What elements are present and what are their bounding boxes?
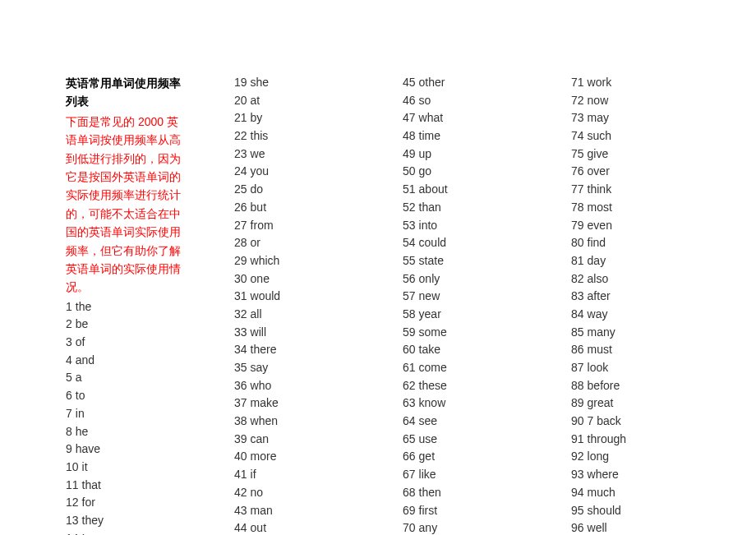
word-text: she xyxy=(251,76,270,89)
word-text: you xyxy=(251,164,270,178)
word-item: 47what xyxy=(403,109,522,127)
word-text: time xyxy=(419,129,440,142)
word-text: these xyxy=(419,379,447,392)
word-rank: 96 xyxy=(571,521,584,534)
word-item: 83after xyxy=(571,288,690,306)
word-text: the xyxy=(76,300,91,313)
word-item: 80find xyxy=(571,234,690,252)
word-rank: 14 xyxy=(66,532,79,535)
word-text: at xyxy=(251,94,260,107)
word-text: find xyxy=(588,236,606,249)
word-rank: 51 xyxy=(403,182,416,196)
word-item: 92long xyxy=(571,448,690,466)
word-list-col3: 45other46so47what48time49up50go51about52… xyxy=(403,74,522,535)
word-text: by xyxy=(251,111,263,124)
word-text: do xyxy=(251,182,264,196)
word-item: 36who xyxy=(234,377,353,395)
word-text: use xyxy=(419,432,438,445)
word-item: 76over xyxy=(571,163,690,181)
word-item: 93where xyxy=(571,466,690,484)
word-item: 55state xyxy=(403,252,522,270)
word-rank: 7 xyxy=(66,407,72,420)
word-rank: 82 xyxy=(571,272,584,285)
word-item: 19she xyxy=(234,74,353,92)
word-item: 907 back xyxy=(571,413,690,431)
word-rank: 5 xyxy=(66,371,72,384)
word-rank: 20 xyxy=(234,94,247,107)
word-text: first xyxy=(419,504,438,517)
word-rank: 48 xyxy=(403,129,416,142)
word-item: 74such xyxy=(571,127,690,145)
word-item: 21by xyxy=(234,109,353,127)
word-item: 54could xyxy=(403,234,522,252)
word-item: 5a xyxy=(66,369,185,387)
word-text: we xyxy=(251,147,265,160)
word-item: 86must xyxy=(571,341,690,359)
word-text: day xyxy=(588,254,606,267)
word-item: 46so xyxy=(403,92,522,110)
word-item: 42no xyxy=(234,484,353,502)
word-text: any xyxy=(419,521,438,534)
word-list-col1: 1the2be3of4and5a6to7in8he9have10it11that… xyxy=(66,298,185,535)
word-item: 58year xyxy=(403,306,522,324)
word-rank: 85 xyxy=(571,325,584,339)
word-rank: 80 xyxy=(571,236,584,249)
word-text: work xyxy=(588,76,612,89)
word-rank: 31 xyxy=(234,289,247,302)
word-item: 43man xyxy=(234,502,353,520)
word-text: could xyxy=(419,236,446,249)
word-item: 2be xyxy=(66,316,185,334)
column-3: 45other46so47what48time49up50go51about52… xyxy=(403,74,522,535)
word-item: 96well xyxy=(571,519,690,535)
word-text: that xyxy=(82,478,101,491)
word-item: 40more xyxy=(234,448,353,466)
word-text: he xyxy=(76,425,89,438)
word-item: 25do xyxy=(234,181,353,199)
word-text: in xyxy=(76,407,85,420)
word-item: 59some xyxy=(403,324,522,342)
word-item: 8he xyxy=(66,423,185,441)
word-text: long xyxy=(588,450,609,463)
word-rank: 64 xyxy=(403,414,416,427)
word-item: 37make xyxy=(234,394,353,413)
word-rank: 40 xyxy=(234,450,247,463)
word-item: 48time xyxy=(403,127,522,145)
word-text: great xyxy=(588,396,614,409)
word-text: may xyxy=(588,111,609,124)
word-item: 3of xyxy=(66,334,185,352)
word-item: 30one xyxy=(234,270,353,288)
word-text: see xyxy=(419,414,438,427)
word-text: after xyxy=(588,289,611,302)
word-rank: 89 xyxy=(571,396,584,409)
word-rank: 59 xyxy=(403,325,416,339)
word-rank: 78 xyxy=(571,201,584,214)
word-item: 91through xyxy=(571,431,690,449)
word-text: can xyxy=(251,432,270,445)
word-rank: 37 xyxy=(234,396,247,409)
word-text: if xyxy=(251,468,256,481)
document-container: 英语常用单词使用频率列表 下面是常见的 2000 英语单词按使用频率从高到低进行… xyxy=(66,74,690,535)
word-text: over xyxy=(588,164,610,178)
word-rank: 66 xyxy=(403,450,416,463)
word-rank: 49 xyxy=(403,147,416,160)
word-item: 49up xyxy=(403,145,522,164)
word-rank: 11 xyxy=(66,478,79,491)
word-rank: 68 xyxy=(403,486,416,499)
word-rank: 91 xyxy=(571,432,584,445)
word-text: they xyxy=(82,514,104,527)
word-text: before xyxy=(588,379,620,392)
word-text: even xyxy=(588,219,612,232)
word-rank: 25 xyxy=(234,182,247,196)
word-rank: 22 xyxy=(234,129,247,142)
word-text: there xyxy=(251,343,277,356)
word-item: 69first xyxy=(403,502,522,520)
word-list-col2: 19she20at21by22this23we24you25do26but27f… xyxy=(234,74,353,535)
word-item: 94much xyxy=(571,484,690,502)
word-rank: 63 xyxy=(403,396,416,409)
word-text: up xyxy=(419,147,432,160)
word-text: I xyxy=(82,532,85,535)
word-rank: 58 xyxy=(403,307,416,321)
word-rank: 79 xyxy=(571,219,584,232)
word-rank: 32 xyxy=(234,307,247,321)
word-text: or xyxy=(251,236,260,249)
